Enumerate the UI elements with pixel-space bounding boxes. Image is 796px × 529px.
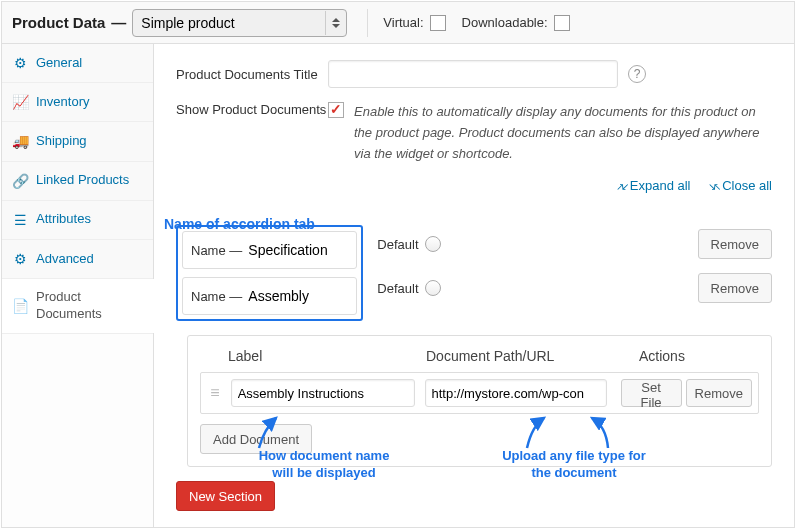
arrow-icon [524, 414, 554, 450]
expand-close-row: ↗↙Expand all ↘↖Close all [176, 178, 772, 193]
content-area: Product Documents Title ? Show Product D… [154, 44, 794, 527]
show-documents-label: Show Product Documents [176, 102, 328, 117]
col-actions: Actions [639, 348, 759, 364]
downloadable-checkbox[interactable] [554, 15, 570, 31]
default-radio-2[interactable] [425, 280, 441, 296]
annotation-doc-name: How document name will be displayed [249, 448, 399, 482]
remove-document-button[interactable]: Remove [686, 379, 752, 407]
documents-title-label: Product Documents Title [176, 67, 328, 82]
product-type-select[interactable]: Simple product [132, 9, 347, 37]
tab-linked-products[interactable]: 🔗Linked Products [2, 162, 153, 201]
show-documents-help: Enable this to automatically display any… [354, 102, 772, 164]
chart-icon: 📈 [12, 93, 28, 111]
panel-body: ⚙General 📈Inventory 🚚Shipping 🔗Linked Pr… [2, 44, 794, 527]
tab-advanced[interactable]: ⚙Advanced [2, 240, 153, 279]
panel-header: Product Data — Simple product Virtual: D… [2, 2, 794, 44]
accordion-name-input-1[interactable] [248, 238, 348, 262]
remove-button-2[interactable]: Remove [698, 273, 772, 303]
new-section-button[interactable]: New Section [176, 481, 275, 511]
accordion-name-box: Name — [182, 231, 357, 269]
gear-icon: ⚙ [12, 250, 28, 268]
tab-general[interactable]: ⚙General [2, 44, 153, 83]
close-all-link[interactable]: ↘↖Close all [708, 178, 772, 193]
document-path-input[interactable] [425, 379, 607, 407]
tabs-sidebar: ⚙General 📈Inventory 🚚Shipping 🔗Linked Pr… [2, 44, 154, 527]
document-label-input[interactable] [231, 379, 415, 407]
drag-handle-icon[interactable]: ≡ [207, 384, 223, 402]
collapse-icon: ↘↖ [708, 181, 718, 192]
accordion-names-highlight: Name — Name — [176, 225, 363, 321]
accordion-name-box: Name — [182, 277, 357, 315]
gear-icon: ⚙ [12, 54, 28, 72]
arrow-icon [584, 414, 614, 450]
tab-inventory[interactable]: 📈Inventory [2, 83, 153, 122]
link-icon: 🔗 [12, 172, 28, 190]
show-documents-checkbox[interactable] [328, 102, 344, 118]
expand-all-link[interactable]: ↗↙Expand all [616, 178, 691, 193]
col-label: Label [228, 348, 426, 364]
list-icon: ☰ [12, 211, 28, 229]
remove-button-1[interactable]: Remove [698, 229, 772, 259]
documents-title-input[interactable] [328, 60, 618, 88]
virtual-label: Virtual: [383, 15, 423, 30]
expand-icon: ↗↙ [616, 181, 626, 192]
tab-product-documents[interactable]: 📄Product Documents [2, 279, 153, 334]
annotation-accordion-name: Name of accordion tab [164, 216, 315, 232]
virtual-checkbox[interactable] [430, 15, 446, 31]
tab-attributes[interactable]: ☰Attributes [2, 201, 153, 240]
product-data-panel: Product Data — Simple product Virtual: D… [1, 1, 795, 528]
set-file-button[interactable]: Set File [621, 379, 682, 407]
annotation-upload: Upload any file type for the document [494, 448, 654, 482]
downloadable-label: Downloadable: [462, 15, 548, 30]
arrow-icon [254, 414, 284, 450]
col-path: Document Path/URL [426, 348, 639, 364]
document-row: ≡ Set File Remove [200, 372, 759, 414]
accordion-name-input-2[interactable] [248, 284, 348, 308]
truck-icon: 🚚 [12, 132, 28, 150]
document-icon: 📄 [12, 297, 28, 315]
default-radio-1[interactable] [425, 236, 441, 252]
tab-shipping[interactable]: 🚚Shipping [2, 122, 153, 161]
help-icon[interactable]: ? [628, 65, 646, 83]
panel-title: Product Data [12, 14, 105, 31]
